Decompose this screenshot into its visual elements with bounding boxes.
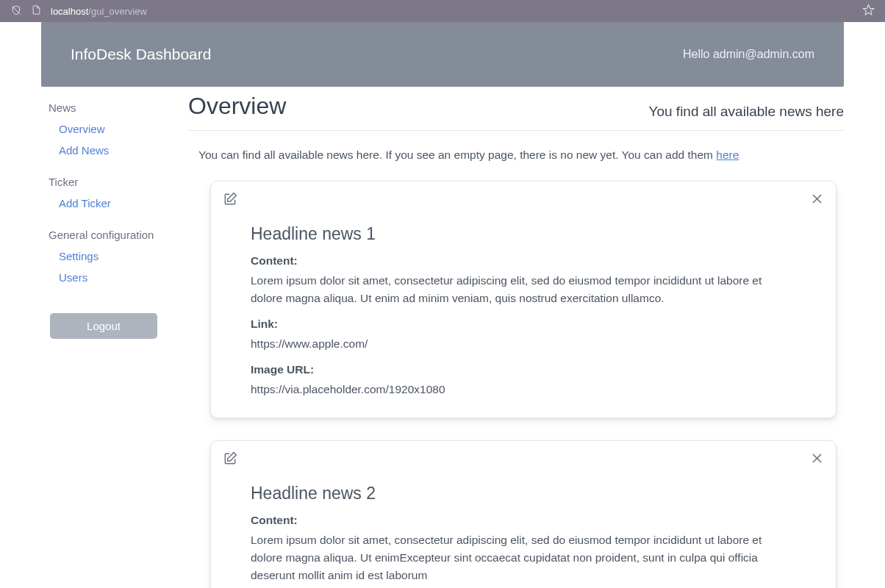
url-host: localhost bbox=[51, 6, 88, 17]
user-greeting: Hello admin@admin.com bbox=[683, 48, 814, 61]
logout-button[interactable]: Logout bbox=[50, 313, 157, 339]
sidebar-group-news: News bbox=[49, 101, 181, 114]
close-icon[interactable] bbox=[810, 192, 824, 209]
news-content: Lorem ipsum dolor sit amet, consectetur … bbox=[251, 272, 796, 307]
news-card: Headline news 2 Content: Lorem ipsum dol… bbox=[210, 440, 836, 588]
sidebar-group-ticker: Ticker bbox=[49, 176, 181, 188]
intro-prefix: You can find all available news here. If… bbox=[198, 148, 716, 161]
close-icon[interactable] bbox=[810, 451, 824, 468]
svg-marker-1 bbox=[863, 4, 873, 14]
page-subtitle: You find all available news here bbox=[649, 104, 844, 120]
app-header: InfoDesk Dashboard Hello admin@admin.com bbox=[41, 22, 844, 87]
url-text[interactable]: localhost/gui_overview bbox=[51, 6, 147, 17]
intro-text: You can find all available news here. If… bbox=[198, 148, 844, 162]
news-card: Headline news 1 Content: Lorem ipsum dol… bbox=[210, 181, 836, 418]
label-content: Content: bbox=[251, 254, 796, 268]
news-headline: Headline news 2 bbox=[251, 484, 796, 503]
news-image-url: https://via.placeholder.com/1920x1080 bbox=[251, 381, 796, 398]
page-icon bbox=[31, 4, 42, 18]
sidebar-item-users[interactable]: Users bbox=[59, 267, 181, 288]
main-content: Overview You find all available news her… bbox=[188, 93, 844, 588]
label-content: Content: bbox=[251, 514, 796, 527]
sidebar-item-add-ticker[interactable]: Add Ticker bbox=[59, 193, 181, 214]
news-link: https://www.apple.com/ bbox=[251, 335, 796, 353]
sidebar-group-general: General configuration bbox=[49, 229, 181, 241]
sidebar-item-settings[interactable]: Settings bbox=[59, 245, 181, 267]
svg-line-0 bbox=[12, 6, 21, 14]
label-image-url: Image URL: bbox=[251, 363, 796, 376]
edit-icon[interactable] bbox=[223, 192, 237, 209]
bookmark-star-icon[interactable] bbox=[862, 4, 875, 18]
browser-address-bar: localhost/gui_overview bbox=[0, 0, 885, 22]
page-title: Overview bbox=[188, 93, 286, 120]
news-content: Lorem ipsum dolor sit amet, consectetur … bbox=[251, 531, 796, 584]
edit-icon[interactable] bbox=[223, 451, 237, 469]
news-headline: Headline news 1 bbox=[251, 224, 796, 244]
label-link: Link: bbox=[251, 318, 796, 331]
url-path: /gui_overview bbox=[88, 6, 147, 17]
shield-off-icon bbox=[10, 4, 22, 18]
sidebar: News Overview Add News Ticker Add Ticker… bbox=[41, 93, 188, 588]
sidebar-item-add-news[interactable]: Add News bbox=[59, 140, 181, 161]
intro-here-link[interactable]: here bbox=[716, 148, 739, 161]
app-title: InfoDesk Dashboard bbox=[71, 46, 211, 63]
sidebar-item-overview[interactable]: Overview bbox=[59, 118, 181, 140]
